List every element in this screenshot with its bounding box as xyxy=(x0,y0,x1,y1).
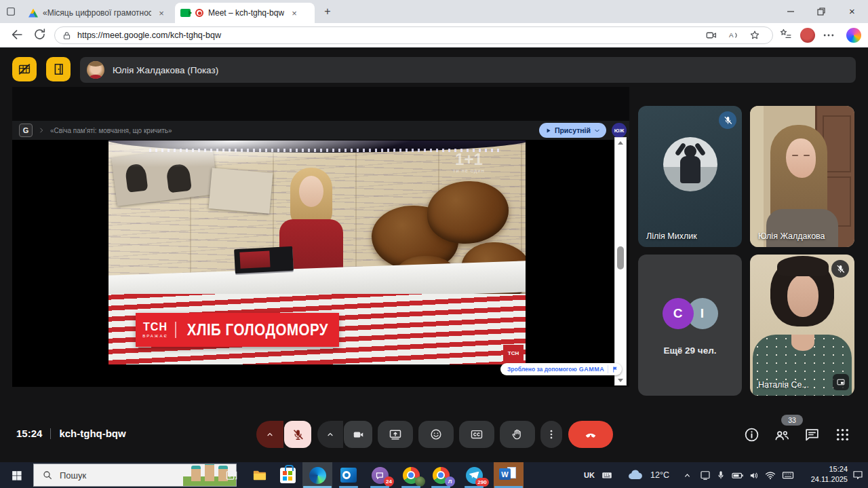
word-button[interactable]: W xyxy=(494,462,524,488)
tray-microphone-icon[interactable] xyxy=(713,462,728,488)
restore-button[interactable] xyxy=(806,0,836,22)
old-letter xyxy=(209,168,273,214)
camera-button[interactable] xyxy=(344,421,372,448)
door-open-warning-button[interactable] xyxy=(46,57,71,81)
presentation-title: «Свіча пам'яті: мовчання, що кричить» xyxy=(50,127,172,134)
task-view-button[interactable] xyxy=(217,462,245,488)
microsoft-store-button[interactable] xyxy=(273,462,302,488)
made-with-gamma-badge[interactable]: Зроблено за допомогою GAMMA xyxy=(500,363,622,375)
scrollbar-thumb[interactable] xyxy=(617,246,624,269)
participant-tile-yulia[interactable]: Юлія Жалдакова xyxy=(750,106,854,247)
collections-icon[interactable] xyxy=(778,27,795,43)
flag-icon[interactable] xyxy=(612,366,619,373)
tab-close-icon[interactable]: × xyxy=(289,7,300,18)
search-placeholder: Пошук xyxy=(60,470,176,481)
windows-taskbar: Пошук xyxy=(0,462,868,488)
keyboard-language[interactable]: UK xyxy=(580,462,598,488)
tab-title: Meet – kch-tghq-bqw xyxy=(208,8,284,18)
present-mode-button[interactable]: Присутній xyxy=(539,123,606,138)
more-options-button[interactable] xyxy=(540,421,562,448)
meet-window: Юлія Жалдакова (Показ) G «Свіча пам'яті:… xyxy=(0,48,868,462)
touch-keyboard-icon[interactable] xyxy=(778,462,797,488)
tab-close-icon[interactable]: × xyxy=(156,7,167,18)
taskbar-search[interactable]: Пошук xyxy=(33,464,237,487)
taskbar-clock[interactable]: 15:24 24.11.2025 xyxy=(800,464,848,485)
participant-tile-natalia[interactable]: Наталія Се... xyxy=(750,255,854,396)
browser-menu-icon[interactable] xyxy=(822,29,838,45)
gamma-account-avatar[interactable]: ЮЖ xyxy=(612,123,627,138)
meeting-info-icon[interactable] xyxy=(743,426,761,444)
close-button[interactable]: × xyxy=(836,0,868,22)
refresh-icon[interactable] xyxy=(33,27,49,43)
pip-icon[interactable] xyxy=(833,374,849,390)
presenter-banner[interactable]: Юлія Жалдакова (Показ) xyxy=(80,57,856,83)
participant-name: Лілія Михлик xyxy=(646,231,697,241)
tab-meet[interactable]: Meet – kch-tghq-bqw × xyxy=(175,3,315,23)
minimize-button[interactable] xyxy=(775,0,806,22)
volume-icon[interactable] xyxy=(746,462,762,488)
activities-grid-icon[interactable] xyxy=(834,426,852,444)
viber-button[interactable]: 24 xyxy=(365,462,395,488)
search-icon xyxy=(42,470,53,481)
tab-actions-icon[interactable] xyxy=(5,6,16,17)
meet-control-bar: 15:24 kch-tghq-bqw xyxy=(0,414,868,462)
tray-expand-chevron-icon[interactable] xyxy=(679,462,694,488)
tsn-tagline: ВРАЖАЄ xyxy=(136,334,175,338)
scroll-up-icon[interactable] xyxy=(615,138,626,147)
tab-drive[interactable]: «Місяць цифрової грамотності» × xyxy=(23,3,172,23)
participant-tile-lilia[interactable]: Лілія Михлик xyxy=(638,106,742,247)
wifi-icon[interactable] xyxy=(762,462,778,488)
edge-button[interactable] xyxy=(302,462,332,488)
lock-icon[interactable] xyxy=(62,31,72,41)
back-icon[interactable] xyxy=(9,27,26,43)
shared-video-frame: ТСН ВРАЖАЄ ХЛІБ ГОЛОДОМОРУ 1+1 ти не оди… xyxy=(12,140,614,387)
chrome-profile2-button[interactable]: Л xyxy=(426,462,456,488)
channel-watermark: 1+1 ти не один xyxy=(453,151,485,174)
favorite-star-icon[interactable] xyxy=(749,29,761,41)
end-call-button[interactable] xyxy=(568,421,613,448)
chrome-profile1-button[interactable] xyxy=(396,462,426,488)
browser-tab-bar: «Місяць цифрової грамотності» × Meet – k… xyxy=(0,0,868,23)
mic-muted-button[interactable] xyxy=(284,421,311,448)
weather-temperature[interactable]: 12°C xyxy=(646,462,674,488)
file-explorer-button[interactable] xyxy=(245,462,273,488)
presentation-scrollbar[interactable] xyxy=(614,137,627,386)
profile-avatar[interactable] xyxy=(800,28,815,43)
keyboard-layout-icon[interactable] xyxy=(598,462,616,488)
news-still-image: ТСН ВРАЖАЄ ХЛІБ ГОЛОДОМОРУ 1+1 ти не оди… xyxy=(108,140,526,364)
meeting-clock: 15:24 xyxy=(16,428,42,439)
captions-button[interactable] xyxy=(459,421,494,448)
tablet-mode-icon[interactable] xyxy=(697,462,713,488)
gamma-logo[interactable]: G xyxy=(19,124,33,137)
raise-hand-button[interactable] xyxy=(500,421,535,448)
chevron-down-icon xyxy=(594,128,600,134)
play-icon xyxy=(545,128,551,134)
chrome-profile2-avatar: Л xyxy=(445,476,455,487)
shared-screen: G «Свіча пам'яті: мовчання, що кричить» … xyxy=(12,87,629,387)
laptop xyxy=(234,246,294,274)
scroll-down-icon[interactable] xyxy=(615,375,626,385)
people-panel-icon[interactable] xyxy=(773,426,791,444)
read-aloud-icon[interactable]: A xyxy=(727,29,739,41)
tab-media-camera-icon[interactable] xyxy=(705,29,717,41)
svg-text:A: A xyxy=(729,31,734,39)
mic-options-chevron[interactable] xyxy=(256,421,283,448)
url-field[interactable]: https://meet.google.com/kch-tghq-bqw A xyxy=(54,26,773,44)
camera-options-chevron[interactable] xyxy=(317,421,343,448)
start-button[interactable] xyxy=(0,462,33,488)
action-center-icon[interactable] xyxy=(849,462,867,488)
telegram-button[interactable]: 290 xyxy=(458,462,490,488)
new-tab-button[interactable]: + xyxy=(321,5,334,18)
participant-count-badge: 33 xyxy=(781,415,803,426)
overflow-participants-tile[interactable]: I C Ещё 29 чел. xyxy=(638,255,742,396)
copilot-icon[interactable] xyxy=(846,28,861,43)
participant-name: Юлія Жалдакова xyxy=(758,231,825,241)
present-screen-button[interactable] xyxy=(378,421,413,448)
chat-panel-icon[interactable] xyxy=(804,426,821,444)
reactions-button[interactable] xyxy=(418,421,454,448)
battery-icon[interactable] xyxy=(728,462,746,488)
overflow-avatar-c: C xyxy=(663,298,694,329)
whiteboard-off-warning-button[interactable] xyxy=(12,57,37,81)
outlook-button[interactable] xyxy=(334,462,363,488)
weather-cloud-icon[interactable] xyxy=(624,462,647,488)
